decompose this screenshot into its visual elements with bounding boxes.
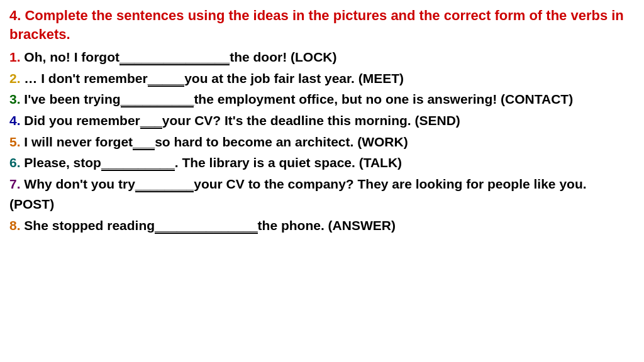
sentence-5-number: 5. xyxy=(9,134,24,149)
exercise-container: 4. Complete the sentences using the idea… xyxy=(9,6,635,236)
sentence-2-part2: you at the job fair last year. (MEET) xyxy=(184,71,404,85)
sentence-1-blank: _______________ xyxy=(119,50,230,65)
sentence-6-number: 6. xyxy=(9,155,24,170)
sentence-5-blank: ___ xyxy=(133,134,155,150)
sentence-4: 4. Did you remember___your CV? It's the … xyxy=(9,111,635,131)
sentences-list: 1. Oh, no! I forgot_______________the do… xyxy=(9,47,635,236)
sentence-6: 6. Please, stop__________. The library i… xyxy=(9,153,635,173)
sentence-6-part2: . The library is a quiet space. (TALK) xyxy=(175,155,402,170)
sentence-8-number: 8. xyxy=(9,218,24,233)
sentence-1-number: 1. xyxy=(9,50,24,64)
instruction-text: 4. Complete the sentences using the idea… xyxy=(9,6,635,43)
sentence-8-part1: She stopped reading xyxy=(24,218,155,233)
sentence-2-part1: … I don't remember xyxy=(24,71,147,85)
sentence-3-part1: I've been trying xyxy=(24,92,120,106)
instruction-body: Complete the sentences using the ideas i… xyxy=(9,8,624,42)
instruction-number: 4. xyxy=(9,8,25,23)
sentence-5-part2: so hard to become an architect. (WORK) xyxy=(155,134,408,149)
sentence-1-part2: the door! (LOCK) xyxy=(230,50,336,64)
sentence-4-part2: your CV? It's the deadline this morning.… xyxy=(162,113,460,128)
sentence-7-blank: ________ xyxy=(135,177,194,192)
sentence-3-blank: __________ xyxy=(121,92,194,107)
sentence-8-part2: the phone. (ANSWER) xyxy=(258,218,396,233)
sentence-8-blank: ______________ xyxy=(155,218,258,234)
sentence-4-part1: Did you remember xyxy=(24,113,140,128)
sentence-4-blank: ___ xyxy=(140,113,162,129)
sentence-6-part1: Please, stop xyxy=(24,155,101,170)
sentence-2-number: 2. xyxy=(9,71,24,85)
sentence-5: 5. I will never forget___so hard to beco… xyxy=(9,132,635,153)
sentence-6-blank: __________ xyxy=(101,155,175,171)
sentence-5-part1: I will never forget xyxy=(24,134,133,149)
sentence-7-number: 7. xyxy=(9,177,24,191)
sentence-1: 1. Oh, no! I forgot_______________the do… xyxy=(9,47,635,68)
sentence-4-number: 4. xyxy=(9,113,24,128)
sentence-3-number: 3. xyxy=(9,92,24,106)
sentence-7: 7. Why don't you try________your CV to t… xyxy=(9,174,635,215)
sentence-7-part1: Why don't you try xyxy=(24,177,135,191)
sentence-2-blank: _____ xyxy=(148,71,184,87)
sentence-1-part1: Oh, no! I forgot xyxy=(24,50,119,64)
sentence-3-part2: the employment office, but no one is ans… xyxy=(194,92,573,106)
sentence-3: 3. I've been trying__________the employm… xyxy=(9,89,635,110)
sentence-2: 2. … I don't remember_____you at the job… xyxy=(9,69,635,89)
sentence-8: 8. She stopped reading______________the … xyxy=(9,216,635,236)
